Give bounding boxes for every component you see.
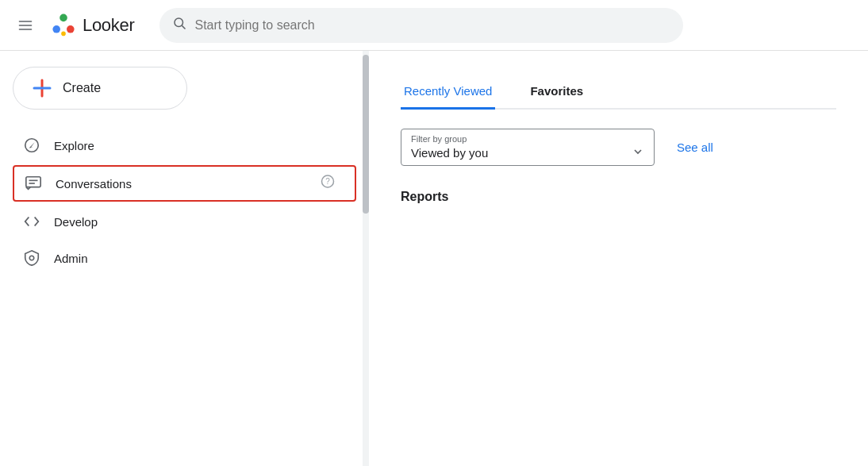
- create-button-label: Create: [63, 81, 101, 95]
- hamburger-menu-icon[interactable]: [13, 17, 38, 33]
- search-input-wrapper[interactable]: [159, 8, 683, 43]
- sidebar-item-explore-label: Explore: [54, 139, 94, 152]
- plus-icon: [33, 79, 52, 98]
- filter-row: Filter by group Viewed by you See all: [401, 129, 836, 166]
- svg-point-5: [67, 25, 75, 33]
- svg-point-6: [61, 31, 66, 36]
- create-button[interactable]: Create: [13, 67, 187, 110]
- shield-icon: [22, 249, 41, 267]
- svg-line-8: [182, 25, 186, 29]
- filter-dropdown[interactable]: Filter by group Viewed by you: [401, 129, 655, 166]
- tabs: Recently Viewed Favorites: [401, 75, 836, 110]
- svg-point-7: [175, 18, 183, 27]
- search-input[interactable]: [194, 18, 670, 33]
- content-area: Recently Viewed Favorites Filter by grou…: [369, 51, 868, 466]
- logo-text: Looker: [83, 15, 134, 36]
- filter-value: Viewed by you: [411, 146, 488, 160]
- scrollbar-track[interactable]: [363, 51, 369, 466]
- sidebar-item-admin[interactable]: Admin: [13, 241, 356, 275]
- sidebar-item-develop[interactable]: Develop: [13, 205, 356, 238]
- compass-icon: [22, 137, 41, 154]
- filter-label: Filter by group: [411, 134, 644, 144]
- conversations-icon: [24, 175, 43, 192]
- logo[interactable]: Looker: [51, 13, 134, 38]
- sidebar-item-explore[interactable]: Explore: [13, 129, 356, 162]
- scrollbar-thumb[interactable]: [363, 55, 369, 214]
- help-icon[interactable]: ?: [320, 174, 336, 194]
- search-icon: [172, 16, 186, 34]
- svg-rect-13: [26, 177, 40, 187]
- code-icon: [22, 213, 41, 230]
- svg-text:?: ?: [325, 177, 330, 186]
- svg-point-18: [29, 256, 34, 260]
- sidebar-item-develop-label: Develop: [54, 215, 98, 229]
- search-bar: [159, 8, 683, 43]
- svg-point-3: [60, 13, 67, 21]
- tab-recently-viewed[interactable]: Recently Viewed: [401, 75, 495, 110]
- sidebar-item-admin-label: Admin: [54, 252, 88, 265]
- svg-point-4: [52, 25, 60, 33]
- header: Looker: [0, 0, 868, 51]
- see-all-link[interactable]: See all: [677, 141, 713, 154]
- sidebar-item-conversations[interactable]: Conversations ?: [13, 165, 356, 202]
- main-layout: Create Explore Conversatio: [0, 51, 868, 466]
- filter-value-row: Viewed by you: [411, 145, 644, 160]
- looker-icon: [51, 13, 76, 38]
- chevron-down-icon: [632, 145, 644, 160]
- svg-marker-12: [29, 142, 34, 148]
- filter-section: Filter by group Viewed by you See all: [401, 129, 836, 166]
- sidebar-item-conversations-label: Conversations: [56, 177, 132, 191]
- sidebar: Create Explore Conversatio: [0, 51, 369, 466]
- tab-favorites[interactable]: Favorites: [527, 75, 586, 110]
- reports-title: Reports: [401, 190, 836, 204]
